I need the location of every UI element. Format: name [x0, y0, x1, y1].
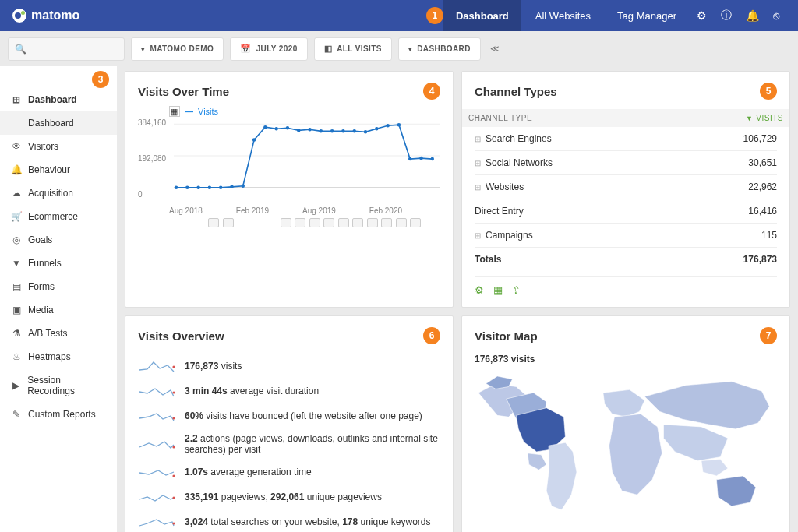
- svg-point-24: [408, 157, 411, 160]
- export-icon[interactable]: ⇪: [512, 284, 521, 296]
- brand-logo[interactable]: matomo: [12, 9, 79, 23]
- svg-point-11: [263, 125, 267, 129]
- caret-icon: ▾: [408, 45, 412, 53]
- channel-label: Campaigns: [486, 230, 533, 241]
- sidebar-item-funnels[interactable]: ▼Funnels: [0, 252, 117, 275]
- sidebar-item-label: Acquisition: [28, 188, 73, 199]
- annotation-marker[interactable]: [396, 218, 407, 227]
- expand-icon[interactable]: ⊞: [475, 231, 481, 240]
- date-selector[interactable]: 📅 JULY 2020: [230, 37, 308, 61]
- svg-point-31: [172, 474, 175, 477]
- sidebar-item-dashboard[interactable]: ⊞Dashboard: [0, 88, 117, 111]
- channel-row[interactable]: ⊞Websites22,962: [475, 175, 777, 199]
- sidebar-item-label: Heatmaps: [28, 351, 71, 362]
- annotation-marker[interactable]: [295, 218, 305, 227]
- annotation-marker[interactable]: [338, 218, 349, 227]
- site-selector[interactable]: ▾ MATOMO DEMO: [131, 37, 224, 61]
- annotation-badge-1: 1: [426, 7, 443, 24]
- sidebar-item-acquisition[interactable]: ☁Acquisition: [0, 181, 117, 205]
- svg-point-23: [397, 123, 401, 126]
- table-icon[interactable]: ▦: [493, 284, 503, 296]
- overview-text: 60% visits have bounced (left the websit…: [185, 410, 422, 421]
- annotation-marker[interactable]: [208, 218, 219, 227]
- channel-row[interactable]: ⊞Social Networks30,651: [475, 151, 777, 175]
- logout-icon[interactable]: ⎋: [767, 9, 786, 22]
- nav-all-websites[interactable]: All Websites: [523, 0, 603, 31]
- annotation-marker[interactable]: [223, 218, 234, 227]
- channel-row[interactable]: Direct Entry16,416: [475, 199, 777, 224]
- sidebar-item-label: Custom Reports: [28, 409, 96, 420]
- annotation-marker[interactable]: [381, 218, 392, 227]
- channel-row[interactable]: ⊞Search Engines106,729: [475, 127, 777, 151]
- annotation-marker[interactable]: [410, 218, 421, 227]
- map-total: 176,873 visits: [475, 354, 777, 365]
- bell-icon[interactable]: 🔔: [740, 9, 765, 22]
- world-map[interactable]: [475, 368, 777, 531]
- annotation-marker[interactable]: [367, 218, 378, 227]
- expand-icon[interactable]: ⊞: [475, 183, 481, 192]
- table-header: CHANNEL TYPE ▼VISITS: [462, 109, 789, 127]
- sidebar-item-forms[interactable]: ▤Forms: [0, 275, 117, 298]
- overview-row: 176,873 visits: [138, 354, 440, 379]
- sidebar-item-label: A/B Tests: [28, 328, 67, 339]
- svg-point-22: [386, 124, 389, 127]
- gear-icon[interactable]: ⚙: [690, 9, 713, 22]
- sidebar-item-ecommerce[interactable]: 🛒Ecommerce: [0, 205, 117, 228]
- totals-row: Totals 176,873: [475, 248, 777, 271]
- channel-value: 106,729: [743, 133, 777, 144]
- svg-point-21: [375, 127, 378, 130]
- sidebar-item-custom-reports[interactable]: ✎Custom Reports: [0, 403, 117, 426]
- nav-tag-manager[interactable]: Tag Manager: [605, 0, 689, 31]
- y-tick: 192,080: [138, 154, 166, 163]
- svg-point-3: [175, 186, 178, 189]
- sidebar-item-heatmaps[interactable]: ♨Heatmaps: [0, 345, 117, 368]
- widget-title: Visits Overview: [138, 329, 224, 343]
- annotation-marker[interactable]: [323, 218, 334, 227]
- segment-selector[interactable]: ◧ ALL VISITS: [314, 37, 392, 61]
- dashboard-selector[interactable]: ▾ DASHBOARD: [398, 37, 481, 61]
- sidebar-subitem-dashboard[interactable]: Dashboard: [0, 111, 117, 135]
- expand-icon[interactable]: ⊞: [475, 159, 481, 167]
- sidebar-item-behaviour[interactable]: 🔔Behaviour: [0, 158, 117, 181]
- topbar: matomo 1 Dashboard All Websites Tag Mana…: [0, 0, 798, 31]
- sidebar-item-label: Behaviour: [28, 164, 70, 175]
- sidebar-item-media[interactable]: ▣Media: [0, 298, 117, 322]
- col-channel-type: CHANNEL TYPE: [468, 114, 532, 122]
- overview-row: 3,024 total searches on your website, 17…: [138, 509, 440, 532]
- legend-line-icon: —: [185, 107, 193, 116]
- svg-point-27: [172, 365, 175, 368]
- annotation-marker[interactable]: [281, 218, 291, 227]
- info-icon[interactable]: ⓘ: [715, 9, 738, 23]
- channel-row[interactable]: ⊞Campaigns115: [475, 224, 777, 248]
- annotation-marker[interactable]: [309, 218, 320, 227]
- sidebar-icon: ▤: [11, 281, 22, 292]
- svg-point-7: [219, 186, 222, 189]
- sidebar-item-a-b-tests[interactable]: ⚗A/B Tests: [0, 322, 117, 345]
- overview-row: 2.2 actions (page views, downloads, outl…: [138, 428, 440, 460]
- svg-point-25: [419, 157, 422, 160]
- sidebar-item-visitors[interactable]: 👁Visitors: [0, 135, 117, 158]
- expand-up-icon[interactable]: ≪: [487, 44, 500, 54]
- annotation-badge-7: 7: [760, 327, 777, 344]
- svg-point-28: [172, 391, 175, 393]
- x-tick: Feb 2019: [236, 206, 269, 215]
- sidebar-item-session-recordings[interactable]: ▶Session Recordings: [0, 368, 117, 403]
- svg-point-4: [185, 186, 189, 189]
- annotation-badge-3: 3: [92, 71, 109, 88]
- nav-dashboard[interactable]: Dashboard: [443, 0, 521, 31]
- channel-value: 22,962: [748, 181, 777, 192]
- visits-chart[interactable]: ▦ — Visits 384,160 192,080 0: [138, 109, 440, 234]
- x-tick: Feb 2020: [369, 206, 402, 215]
- filter-icon[interactable]: ▼: [746, 115, 753, 122]
- annotation-marker[interactable]: [352, 218, 363, 227]
- widget-visitor-map: Visitor Map 7 176,873 visits: [461, 315, 790, 532]
- settings-icon[interactable]: ⚙: [475, 284, 484, 296]
- channel-label: Websites: [486, 181, 524, 192]
- sidebar-item-goals[interactable]: ◎Goals: [0, 228, 117, 252]
- search-box[interactable]: 🔍 2: [8, 37, 125, 61]
- legend-toggle-icon[interactable]: ▦: [169, 106, 180, 117]
- channel-label: Social Networks: [486, 157, 553, 168]
- channel-value: 30,651: [748, 157, 777, 168]
- expand-icon[interactable]: ⊞: [475, 135, 481, 143]
- x-tick: Aug 2019: [302, 206, 336, 215]
